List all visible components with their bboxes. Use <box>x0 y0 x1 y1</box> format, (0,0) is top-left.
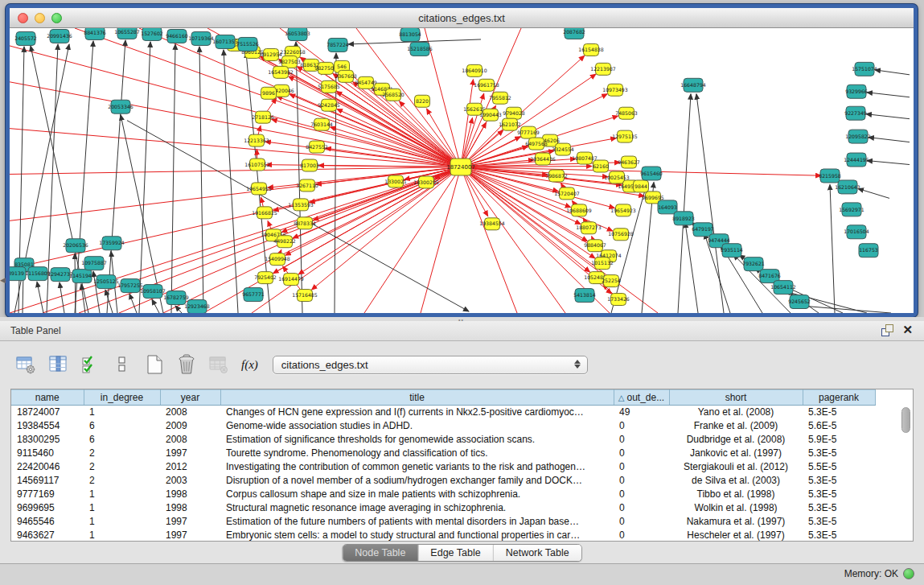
table-vertical-scrollbar-thumb[interactable] <box>901 407 910 433</box>
graph-node[interactable]: 252254 <box>602 275 621 287</box>
graph-node[interactable]: 9466160 <box>166 29 188 43</box>
graph-node[interactable]: 1990443 <box>479 109 502 121</box>
network-canvas-area[interactable]: 1872400774658228960125891295423226058982… <box>10 28 914 313</box>
graph-node[interactable]: 9463627 <box>618 156 640 168</box>
graph-node[interactable]: 7515526 <box>236 37 259 51</box>
graph-node[interactable]: 5413814 <box>573 289 596 303</box>
graph-node[interactable]: 39139 <box>10 267 26 281</box>
memory-status[interactable]: Memory: OK <box>844 568 914 579</box>
graph-node[interactable]: 1527602 <box>141 28 163 40</box>
graph-node[interactable]: 16648794 <box>680 78 706 92</box>
graph-node[interactable]: 2718126 <box>252 111 274 123</box>
graph-edge[interactable] <box>105 290 113 313</box>
graph-node[interactable]: 9657771 <box>242 288 265 302</box>
table-row[interactable]: 911546021997Tourette syndrome. Phenomeno… <box>11 447 875 460</box>
minimize-window-icon[interactable] <box>35 13 45 23</box>
graph-node[interactable]: 10655287 <box>114 28 140 39</box>
graph-edge[interactable] <box>421 167 461 313</box>
graph-edge[interactable] <box>318 166 461 167</box>
graph-node[interactable]: 19166825 <box>252 207 277 219</box>
table-row[interactable]: 946362711997Embryonic stem cells: a mode… <box>11 529 875 542</box>
function-builder-icon[interactable]: f(x) <box>241 358 258 372</box>
graph-node[interactable]: 15716485 <box>292 290 318 302</box>
graph-node[interactable]: 12923468 <box>184 300 210 313</box>
graph-node[interactable]: 10654112 <box>770 281 796 295</box>
graph-edge[interactable] <box>10 129 461 167</box>
graph-edge[interactable] <box>277 97 461 167</box>
graph-node[interactable]: 7986872 <box>545 170 568 182</box>
graph-node[interactable]: 12213363 <box>244 134 269 146</box>
graph-node[interactable]: 11353593 <box>288 199 314 211</box>
graph-edge[interactable] <box>830 184 835 313</box>
graph-edge[interactable] <box>107 40 125 313</box>
graph-node[interactable]: 2405572 <box>14 31 37 45</box>
graph-edge[interactable] <box>461 159 576 167</box>
graph-edge[interactable] <box>801 306 891 313</box>
graph-node[interactable]: 10688609 <box>566 204 592 216</box>
select-columns-icon[interactable] <box>79 352 101 377</box>
graph-edge[interactable] <box>199 47 203 313</box>
column-header-out_de[interactable]: △out_de... <box>614 390 669 406</box>
graph-node[interactable]: 9329966 <box>845 84 868 98</box>
graph-node[interactable]: 817003 <box>300 159 319 171</box>
graph-node[interactable]: 16782759 <box>163 291 189 305</box>
column-header-title[interactable]: title <box>220 390 614 406</box>
graph-edge[interactable] <box>869 138 910 142</box>
graph-node[interactable]: 16961758 <box>474 79 499 91</box>
graph-node[interactable]: 2087682 <box>563 28 585 39</box>
graph-node[interactable]: 17016504 <box>844 225 869 239</box>
graph-node[interactable]: 4498222 <box>273 236 296 248</box>
graph-edge[interactable] <box>311 167 461 290</box>
graph-edge[interactable] <box>10 167 461 175</box>
column-header-year[interactable]: year <box>160 390 220 406</box>
graph-node[interactable]: 3267110 <box>296 179 318 192</box>
graph-node[interactable]: 16107552 <box>244 159 270 171</box>
graph-node[interactable]: 10719364 <box>188 31 214 45</box>
float-window-icon[interactable] <box>881 324 893 336</box>
graph-edge[interactable] <box>60 282 64 313</box>
delete-column-icon[interactable] <box>175 352 198 377</box>
graph-node[interactable]: 9227349 <box>844 106 867 120</box>
graph-node[interactable]: 11156809 <box>25 267 51 281</box>
graph-node[interactable]: 18640910 <box>462 64 487 76</box>
graph-node[interactable]: 2568520 <box>382 89 405 101</box>
graph-node[interactable]: 20206536 <box>63 239 88 253</box>
graph-node[interactable]: 11451944 <box>69 270 95 283</box>
graph-edge[interactable] <box>858 188 889 198</box>
graph-node[interactable]: 8918923 <box>672 212 695 225</box>
close-window-icon[interactable] <box>18 13 28 23</box>
graph-node[interactable]: 18724007 <box>446 159 475 175</box>
graph-node[interactable]: 8813054 <box>399 28 421 41</box>
graph-edge[interactable] <box>171 44 175 313</box>
graph-edge[interactable] <box>678 94 691 313</box>
graph-node[interactable]: 20991436 <box>47 29 72 43</box>
graph-node[interactable]: 62160 <box>593 160 609 172</box>
graph-node[interactable]: 7955812 <box>489 92 511 104</box>
collapse-splitter-arrow-icon[interactable]: ◀ <box>0 276 6 284</box>
graph-node[interactable]: 15692971 <box>839 203 864 216</box>
graph-edge[interactable] <box>152 299 159 313</box>
table-row[interactable]: 977716911998Corpus callosum shape and si… <box>11 488 875 501</box>
graph-edge[interactable] <box>75 253 76 313</box>
show-columns-icon[interactable] <box>47 352 69 377</box>
graph-node[interactable]: 9242845 <box>318 99 340 111</box>
graph-node[interactable]: 15218586 <box>407 42 433 56</box>
row-height-icon[interactable] <box>111 352 133 377</box>
graph-node[interactable]: 12444195 <box>844 153 869 167</box>
table-row[interactable]: 969969511998Structural magnetic resonanc… <box>11 501 875 515</box>
graph-node[interactable]: 20053346 <box>108 100 133 113</box>
graph-node[interactable]: 7603144 <box>310 118 333 130</box>
table-row[interactable]: 2242004622012Investigating the contribut… <box>11 460 875 474</box>
graph-node[interactable]: 8220 <box>415 95 430 107</box>
graph-node[interactable]: 9794028 <box>503 107 525 119</box>
graph-node[interactable]: 19384554 <box>479 218 505 230</box>
table-row[interactable]: 1830029562008Estimation of significance … <box>11 433 875 447</box>
graph-node[interactable]: 9827508 <box>314 62 337 74</box>
graph-node[interactable]: 16210643 <box>835 180 860 194</box>
graph-node[interactable]: 8427552 <box>306 141 328 153</box>
graph-node[interactable]: 7932621 <box>742 257 765 271</box>
graph-node[interactable]: 9896 <box>261 87 277 99</box>
graph-node[interactable]: 1733426 <box>607 294 630 306</box>
graph-edge[interactable] <box>866 114 910 119</box>
table-row[interactable]: 1456911722003Disruption of a novel membe… <box>11 474 875 488</box>
